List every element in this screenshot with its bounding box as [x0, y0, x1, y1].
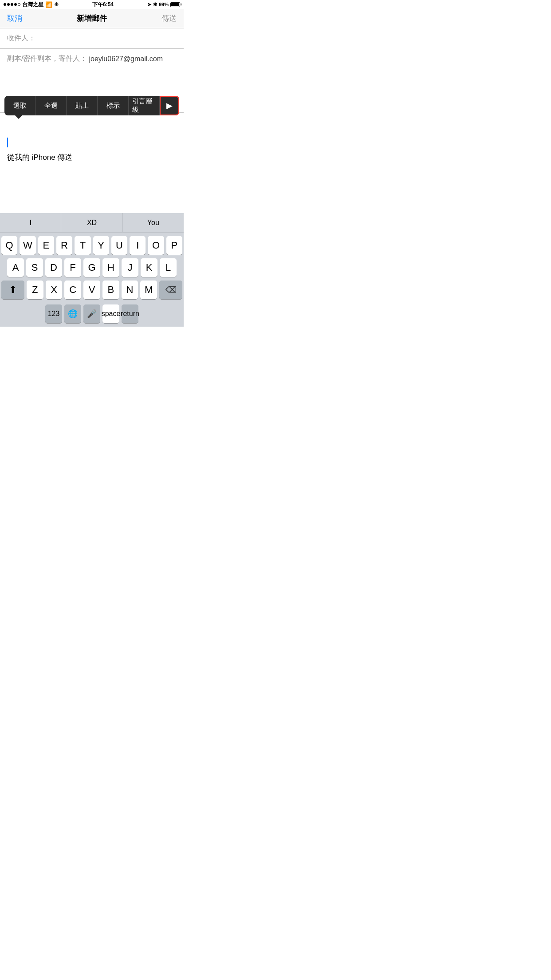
battery-icon	[170, 2, 180, 7]
key-t[interactable]: T	[75, 236, 91, 255]
text-cursor	[7, 138, 8, 147]
nav-bar: 取消 新增郵件 傳送	[0, 9, 184, 28]
key-r[interactable]: R	[56, 236, 72, 255]
compose-area: 收件人： 副本/密件副本，寄件人： joeylu0627@gmail.com 選…	[0, 28, 184, 203]
from-email-value: joeylu0627@gmail.com	[89, 55, 163, 63]
body-area[interactable]: 從我的 iPhone 傳送	[0, 132, 184, 203]
return-key[interactable]: return	[122, 304, 138, 323]
key-m[interactable]: M	[140, 281, 157, 299]
mark-menu-item[interactable]: 標示	[98, 96, 129, 115]
key-row-2: A S D F G H J K L	[1, 258, 182, 277]
key-a[interactable]: A	[7, 258, 24, 277]
key-row-3: ⬆ Z X C V B N M ⌫	[1, 281, 182, 299]
quote-level-menu-item[interactable]: 引言層級	[129, 96, 160, 115]
backspace-key[interactable]: ⌫	[159, 281, 182, 299]
num-key[interactable]: 123	[45, 304, 62, 323]
key-x[interactable]: X	[46, 281, 63, 299]
mic-key[interactable]: 🎤	[83, 304, 100, 323]
dot4	[14, 3, 17, 6]
keyboard: I XD You Q W E R T Y U I O P A S D F G H…	[0, 213, 184, 327]
more-menu-button[interactable]: ▶	[160, 96, 179, 115]
key-q[interactable]: Q	[1, 236, 17, 255]
select-menu-item[interactable]: 選取	[4, 96, 35, 115]
key-i[interactable]: I	[130, 236, 146, 255]
to-label: 收件人：	[7, 34, 35, 43]
key-u[interactable]: U	[111, 236, 127, 255]
cc-bcc-label: 副本/密件副本，寄件人：	[7, 54, 87, 63]
key-g[interactable]: G	[83, 258, 100, 277]
key-y[interactable]: Y	[93, 236, 109, 255]
shift-key[interactable]: ⬆	[1, 281, 24, 299]
key-z[interactable]: Z	[27, 281, 43, 299]
dot3	[11, 3, 13, 6]
compose-title: 新增郵件	[77, 13, 107, 24]
keyboard-rows: Q W E R T Y U I O P A S D F G H J K L ⬆ …	[0, 233, 184, 304]
wifi-icon: 📶	[45, 1, 52, 8]
key-v[interactable]: V	[83, 281, 100, 299]
send-button[interactable]: 傳送	[161, 13, 177, 24]
key-e[interactable]: E	[38, 236, 54, 255]
status-time: 下午6:54	[92, 1, 114, 8]
context-menu: 選取 全選 貼上 標示 引言層級 ▶	[4, 96, 179, 115]
battery-fill	[171, 3, 179, 6]
key-f[interactable]: F	[64, 258, 81, 277]
status-right: ➤ ✱ 99%	[147, 2, 180, 8]
status-left: 台灣之星 📶 ✳	[4, 1, 59, 8]
key-b[interactable]: B	[102, 281, 119, 299]
carrier-label: 台灣之星	[22, 1, 43, 8]
key-d[interactable]: D	[45, 258, 62, 277]
to-field-row[interactable]: 收件人：	[0, 28, 184, 49]
battery-percent: 99%	[159, 2, 169, 7]
predictive-left[interactable]: I	[0, 213, 61, 232]
select-all-menu-item[interactable]: 全選	[35, 96, 67, 115]
body-signature: 從我的 iPhone 傳送	[7, 152, 177, 163]
key-c[interactable]: C	[64, 281, 81, 299]
key-n[interactable]: N	[122, 281, 138, 299]
key-j[interactable]: J	[122, 258, 138, 277]
key-s[interactable]: S	[26, 258, 43, 277]
paste-menu-item[interactable]: 貼上	[67, 96, 98, 115]
key-h[interactable]: H	[102, 258, 119, 277]
menu-triangle	[15, 115, 22, 119]
key-o[interactable]: O	[148, 236, 164, 255]
dot1	[4, 3, 6, 6]
key-row-1: Q W E R T Y U I O P	[1, 236, 182, 255]
predictive-center[interactable]: XD	[61, 213, 122, 232]
signal-dots	[4, 3, 20, 6]
predictive-bar: I XD You	[0, 213, 184, 233]
key-p[interactable]: P	[166, 236, 182, 255]
space-key[interactable]: space	[102, 304, 119, 323]
key-l[interactable]: L	[160, 258, 177, 277]
status-bar: 台灣之星 📶 ✳ 下午6:54 ➤ ✱ 99%	[0, 0, 184, 9]
bluetooth-icon: ✱	[153, 2, 157, 8]
loading-icon: ✳	[54, 1, 59, 8]
key-k[interactable]: K	[141, 258, 157, 277]
dot2	[7, 3, 10, 6]
subject-field-area: 選取 全選 貼上 標示 引言層級 ▶ 標題：	[0, 92, 184, 132]
cancel-button[interactable]: 取消	[7, 13, 22, 24]
globe-key[interactable]: 🌐	[64, 304, 81, 323]
key-w[interactable]: W	[20, 236, 35, 255]
location-icon: ➤	[147, 2, 151, 8]
dot5	[18, 3, 20, 6]
predictive-right[interactable]: You	[122, 213, 184, 232]
cc-bcc-field-row[interactable]: 副本/密件副本，寄件人： joeylu0627@gmail.com	[0, 49, 184, 69]
bottom-key-row: 123 🌐 🎤 space return	[0, 304, 184, 327]
